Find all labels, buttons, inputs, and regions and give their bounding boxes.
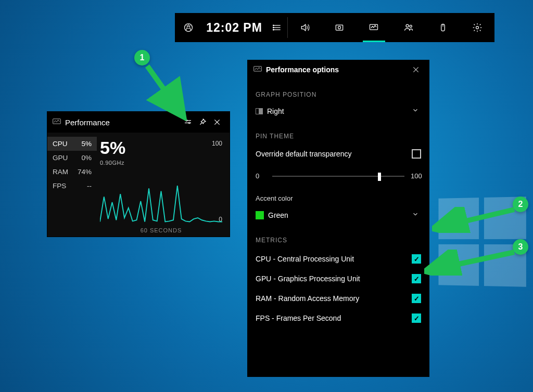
metric-gpu-row[interactable]: GPU - Graphics Processing Unit bbox=[256, 269, 421, 289]
performance-titlebar: Performance bbox=[47, 112, 230, 133]
close-button[interactable] bbox=[210, 115, 224, 129]
override-transparency-row[interactable]: Override default transparency bbox=[256, 145, 421, 163]
svg-point-8 bbox=[338, 27, 341, 29]
graph-position-dropdown[interactable]: Right bbox=[256, 103, 421, 119]
x-axis-label: 60 SECONDS bbox=[100, 227, 222, 233]
cpu-chart bbox=[100, 169, 222, 225]
accent-color-label: Accent color bbox=[256, 194, 421, 202]
clock: 12:02 PM bbox=[202, 21, 266, 35]
metric-fps-checkbox[interactable] bbox=[412, 313, 421, 323]
slider-thumb[interactable] bbox=[378, 173, 381, 181]
metric-ram-row[interactable]: RAM - Random Access Memory bbox=[256, 289, 421, 308]
metric-ram-checkbox[interactable] bbox=[412, 294, 421, 303]
chevron-down-icon bbox=[412, 107, 421, 116]
metric-row-cpu[interactable]: CPU 5% bbox=[47, 137, 97, 151]
mouse-icon[interactable] bbox=[426, 13, 460, 42]
svg-point-20 bbox=[188, 122, 190, 124]
accent-swatch bbox=[256, 211, 264, 219]
svg-point-6 bbox=[273, 29, 274, 30]
slider-track[interactable] bbox=[272, 176, 404, 177]
graph-position-label: GRAPH POSITION bbox=[256, 91, 421, 98]
svg-line-26 bbox=[147, 66, 181, 113]
graph-area: 5% 0.90GHz 100 0 60 SECONDS bbox=[97, 133, 230, 237]
svg-rect-7 bbox=[336, 25, 343, 30]
performance-options-panel: Performance options GRAPH POSITION Right… bbox=[247, 60, 429, 377]
override-checkbox[interactable] bbox=[412, 149, 421, 159]
settings-icon[interactable] bbox=[460, 13, 494, 42]
cpu-frequency: 0.90GHz bbox=[100, 160, 222, 166]
audio-icon[interactable] bbox=[288, 13, 322, 42]
capture-icon[interactable] bbox=[322, 13, 357, 42]
metric-row-ram[interactable]: RAM 74% bbox=[47, 165, 97, 179]
options-close-button[interactable] bbox=[409, 62, 423, 77]
annotation-arrow-2 bbox=[432, 207, 521, 233]
options-title-icon bbox=[253, 65, 262, 74]
annotation-arrow-1 bbox=[145, 63, 192, 121]
metric-row-fps[interactable]: FPS -- bbox=[47, 179, 97, 193]
xbox-icon bbox=[175, 22, 202, 33]
metric-fps-row[interactable]: FPS - Frames Per Second bbox=[256, 308, 421, 328]
position-icon bbox=[256, 108, 267, 114]
metric-row-gpu[interactable]: GPU 0% bbox=[47, 151, 97, 165]
pin-button[interactable] bbox=[195, 115, 210, 129]
performance-widget: Performance CPU 5% GPU 0% RAM 74% bbox=[47, 111, 230, 237]
chevron-down-icon bbox=[412, 211, 421, 220]
options-title: Performance options bbox=[266, 66, 409, 74]
game-bar: 12:02 PM bbox=[175, 13, 494, 42]
svg-line-27 bbox=[437, 210, 514, 228]
social-icon[interactable] bbox=[391, 13, 426, 42]
svg-point-11 bbox=[410, 25, 412, 27]
transparency-slider[interactable]: 0 100 bbox=[256, 172, 421, 180]
svg-point-5 bbox=[273, 27, 274, 28]
pin-theme-label: PIN THEME bbox=[256, 133, 421, 140]
metrics-list: CPU 5% GPU 0% RAM 74% FPS -- bbox=[47, 133, 97, 237]
performance-icon[interactable] bbox=[357, 13, 391, 42]
annotation-arrow-3 bbox=[424, 250, 521, 276]
svg-line-28 bbox=[429, 252, 514, 270]
metric-cpu-row[interactable]: CPU - Central Processing Unit bbox=[256, 249, 421, 269]
svg-point-10 bbox=[406, 24, 409, 27]
metric-gpu-checkbox[interactable] bbox=[412, 274, 421, 283]
metric-cpu-checkbox[interactable] bbox=[412, 254, 421, 264]
big-value: 5% bbox=[100, 139, 222, 156]
menu-icon[interactable] bbox=[266, 13, 287, 42]
y-axis-max: 100 bbox=[212, 140, 222, 147]
svg-point-14 bbox=[476, 27, 478, 29]
accent-color-dropdown[interactable]: Green bbox=[256, 207, 421, 223]
performance-title-icon bbox=[53, 117, 61, 127]
svg-point-4 bbox=[273, 25, 274, 26]
metrics-label: METRICS bbox=[256, 237, 421, 244]
